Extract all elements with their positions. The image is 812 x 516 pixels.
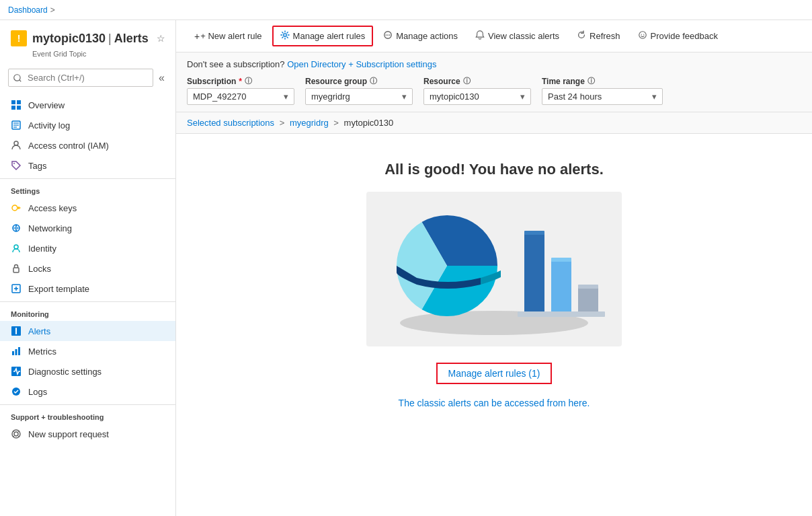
bell-icon [475, 30, 485, 42]
resource-name: mytopic0130 [32, 32, 106, 46]
svg-rect-41 [578, 286, 598, 313]
sidebar-item-access-keys[interactable]: Access keys [0, 198, 175, 218]
settings-section-title: Settings [0, 178, 175, 198]
sidebar-collapse-button[interactable]: « [156, 69, 167, 87]
sidebar-item-overview-label: Overview [28, 100, 65, 110]
sidebar-item-activity-log[interactable]: Activity log [0, 115, 175, 135]
svg-rect-39 [551, 259, 571, 313]
svg-rect-14 [13, 268, 19, 272]
chevron-down-icon: ▾ [284, 91, 288, 102]
breadcrumb-sep2: > [333, 118, 339, 128]
manage-actions-button[interactable]: Manage actions [376, 26, 465, 46]
classic-alerts-link[interactable]: here. [568, 398, 590, 408]
svg-rect-42 [578, 285, 598, 289]
sidebar-nav: Overview Activity log Access control (IA… [0, 92, 175, 447]
sidebar-item-locks[interactable]: Locks [0, 258, 175, 279]
svg-point-35 [643, 34, 644, 34]
provide-feedback-label: Provide feedback [651, 31, 718, 41]
sidebar-item-tags-label: Tags [28, 161, 46, 171]
manage-alert-rules-link[interactable]: Manage alert rules (1) [436, 363, 553, 384]
refresh-button[interactable]: Refresh [569, 26, 628, 46]
resource-group-select[interactable]: myegridrg ▾ [305, 88, 413, 105]
subscription-select[interactable]: MDP_492270 ▾ [187, 88, 294, 105]
sidebar-item-locks-label: Locks [28, 264, 51, 274]
sidebar-item-access-keys-label: Access keys [28, 203, 77, 213]
sidebar-item-export-template[interactable]: Export template [0, 279, 175, 299]
support-section-title: Support + troubleshooting [0, 404, 175, 424]
subscription-info-icon[interactable]: ⓘ [245, 76, 252, 86]
resource-subtitle: Event Grid Topic [11, 50, 165, 58]
pipe-separator: | [108, 32, 112, 46]
sidebar-item-diagnostic-settings[interactable]: Diagnostic settings [0, 361, 175, 381]
support-icon [11, 429, 22, 439]
plus-icon: + [194, 31, 200, 42]
sidebar-item-identity[interactable]: Identity [0, 238, 175, 258]
sidebar-item-new-support-request[interactable]: New support request [0, 424, 175, 444]
time-range-filter: Time range ⓘ Past 24 hours ▾ [542, 76, 663, 105]
svg-rect-1 [17, 100, 21, 104]
view-classic-alerts-button[interactable]: View classic alerts [468, 26, 567, 46]
breadcrumb-dashboard[interactable]: Dashboard [8, 5, 48, 15]
toolbar: + + New alert rule Manage alert rules Ma… [176, 20, 812, 52]
svg-rect-18 [15, 349, 17, 355]
sidebar-item-alerts[interactable]: Alerts [0, 321, 175, 341]
resource-icon: ! [11, 30, 27, 46]
new-alert-rule-label: + New alert rule [200, 31, 261, 41]
sidebar-item-metrics-label: Metrics [28, 346, 56, 357]
chevron-down-icon: ▾ [652, 91, 657, 102]
sidebar-item-export-template-label: Export template [28, 284, 89, 294]
svg-point-31 [387, 34, 389, 36]
close-button[interactable]: ✕ [171, 28, 176, 48]
resource-group-info-icon[interactable]: ⓘ [370, 76, 377, 86]
svg-rect-2 [11, 106, 15, 110]
gear-icon [280, 30, 290, 42]
pin-icon[interactable]: ☆ [157, 33, 165, 44]
manage-alert-rules-label: Manage alert rules [293, 31, 366, 41]
provide-feedback-button[interactable]: Provide feedback [631, 26, 725, 46]
filter-bar: Don't see a subscription? Open Directory… [176, 52, 812, 112]
sidebar-item-logs-label: Logs [28, 387, 47, 397]
svg-point-8 [14, 141, 18, 145]
resource-filter: Resource ⓘ mytopic0130 ▾ [423, 76, 531, 105]
open-directory-link[interactable]: Open Directory + Subscription settings [287, 59, 436, 69]
svg-rect-43 [518, 311, 605, 317]
search-input[interactable] [8, 69, 153, 87]
resource-info-icon[interactable]: ⓘ [463, 76, 471, 86]
time-range-info-icon[interactable]: ⓘ [587, 76, 595, 86]
sidebar-item-diagnostic-settings-label: Diagnostic settings [28, 367, 102, 377]
chevron-down-icon: ▾ [402, 91, 407, 102]
svg-point-9 [13, 163, 15, 164]
metrics-icon [11, 346, 22, 357]
subscription-filter: Subscription * ⓘ MDP_492270 ▾ [187, 76, 294, 105]
export-template-icon [11, 283, 22, 294]
sidebar-item-logs[interactable]: Logs [0, 381, 175, 402]
resource-group-value: myegridrg [311, 91, 350, 102]
classic-text-prefix: The classic alerts can be accessed from [399, 398, 566, 408]
svg-point-10 [12, 205, 17, 211]
new-alert-rule-button[interactable]: + + New alert rule [187, 27, 270, 46]
logs-icon [11, 386, 22, 397]
time-range-value: Past 24 hours [548, 91, 602, 102]
time-range-select[interactable]: Past 24 hours ▾ [542, 88, 663, 105]
sidebar-item-tags[interactable]: Tags [0, 155, 175, 176]
alerts-icon [11, 326, 22, 336]
sidebar-item-alerts-label: Alerts [28, 326, 50, 336]
breadcrumb-resource-group[interactable]: myegridrg [290, 118, 329, 128]
no-alerts-title: All is good! You have no alerts. [384, 161, 604, 178]
chevron-down-icon: ▾ [520, 91, 525, 102]
diagnostic-settings-icon [11, 366, 22, 377]
locks-icon [11, 263, 22, 274]
svg-rect-0 [11, 100, 15, 104]
sidebar-item-access-control[interactable]: Access control (IAM) [0, 135, 175, 155]
filter-breadcrumb: Selected subscriptions > myegridrg > myt… [176, 112, 812, 134]
manage-alert-rules-button[interactable]: Manage alert rules [272, 26, 374, 46]
breadcrumb-selected-subscriptions[interactable]: Selected subscriptions [187, 118, 274, 128]
sidebar-item-metrics[interactable]: Metrics [0, 341, 175, 361]
sidebar-item-new-support-request-label: New support request [28, 429, 109, 439]
resource-select[interactable]: mytopic0130 ▾ [423, 88, 531, 105]
page-title: Alerts [114, 32, 149, 46]
feedback-icon [638, 30, 647, 42]
sidebar-item-overview[interactable]: Overview [0, 95, 175, 115]
sidebar-item-networking[interactable]: Networking [0, 218, 175, 238]
overview-icon [11, 100, 22, 110]
